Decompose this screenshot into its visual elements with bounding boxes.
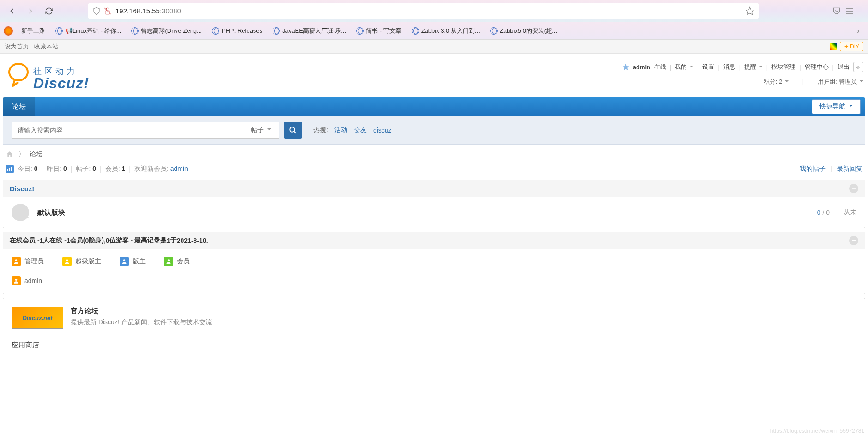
favorite-link[interactable]: 收藏本站	[34, 42, 58, 51]
globe-icon	[490, 27, 498, 35]
admin-badge-icon	[12, 257, 21, 266]
globe-icon	[131, 27, 139, 35]
bookmark-item[interactable]: Zabbix5.0的安装(超...	[486, 25, 561, 37]
user-menu: admin 在线| 我的 | 设置| 消息| 提醒 | 模块管理| 管理中心| …	[623, 62, 863, 72]
online-header: 在线会员 - 1 人在线 - 1 会员(0 隐身), 0 位游客 - 最高记录是…	[3, 232, 865, 249]
diy-button[interactable]: ✦ DIY	[840, 42, 863, 51]
hot-search-link[interactable]: 交友	[354, 126, 367, 134]
svg-point-16	[15, 279, 18, 281]
my-dropdown[interactable]: 我的	[675, 63, 693, 71]
logo[interactable]: 社区动力 Discuz!	[5, 62, 89, 92]
newest-member-link[interactable]: admin	[170, 165, 188, 172]
bookmark-item[interactable]: Zabbix 3.0 从入门到...	[408, 25, 484, 37]
bookmark-item[interactable]: 曾志高翔(DriverZeng...	[127, 25, 205, 37]
hot-search-link[interactable]: discuz	[373, 127, 392, 134]
bookmark-item[interactable]: JavaEE高薪大厂班-乐...	[269, 25, 350, 37]
globe-icon	[55, 27, 63, 35]
globe-icon	[273, 27, 280, 35]
user-info-row: 积分: 2 | 用户组: 管理员	[623, 78, 863, 86]
svg-point-15	[168, 259, 170, 261]
member-badge-icon	[164, 257, 173, 266]
collapse-icon[interactable]: −	[849, 184, 858, 193]
breadcrumb-separator: 〉	[18, 150, 25, 158]
globe-icon	[356, 27, 364, 35]
official-title[interactable]: 官方论坛	[71, 307, 212, 315]
hot-search-link[interactable]: 活动	[334, 126, 347, 134]
username-link[interactable]: admin	[633, 64, 650, 71]
search-type-dropdown[interactable]: 帖子	[243, 122, 279, 138]
official-section: Discuz.net 官方论坛 提供最新 Discuz! 产品新闻、软件下载与技…	[3, 298, 865, 358]
nav-tab-forum[interactable]: 论坛	[3, 97, 35, 116]
svg-line-8	[294, 131, 296, 133]
my-posts-link[interactable]: 我的帖子	[800, 165, 826, 173]
svg-point-13	[66, 259, 68, 261]
breadcrumb: 〉 论坛	[0, 145, 868, 162]
url-text: 192.168.15.55:30080	[115, 7, 745, 15]
modules-link[interactable]: 模块管理	[771, 63, 795, 71]
forward-button[interactable]	[23, 4, 38, 18]
svg-point-6	[9, 64, 28, 80]
reload-button[interactable]	[42, 4, 56, 18]
svg-point-7	[290, 127, 295, 132]
search-button[interactable]	[284, 122, 302, 139]
quick-nav-button[interactable]: 快捷导航	[812, 99, 861, 114]
back-button[interactable]	[5, 4, 19, 18]
forum-category: Discuz! − 默认版块 0 / 0 从未	[3, 180, 865, 228]
firefox-icon	[4, 26, 13, 36]
discuz-banner[interactable]: Discuz.net	[12, 307, 63, 329]
breadcrumb-forum[interactable]: 论坛	[30, 150, 42, 158]
star-icon[interactable]	[745, 6, 754, 16]
supermod-badge-icon	[62, 257, 72, 266]
site-header: 社区动力 Discuz! admin 在线| 我的 | 设置| 消息| 提醒 |…	[0, 54, 868, 97]
main-nav: 论坛 快捷导航	[3, 97, 865, 116]
home-icon[interactable]	[6, 151, 14, 158]
online-user-row: admin	[3, 273, 865, 294]
insecure-lock-icon	[103, 7, 112, 15]
logout-link[interactable]: 退出	[838, 63, 850, 71]
rss-icon[interactable]: ⎆	[853, 62, 863, 72]
app-store-link[interactable]: 应用商店	[3, 337, 865, 358]
fullscreen-icon[interactable]: ⛶	[819, 42, 827, 51]
online-user-link[interactable]: admin	[24, 277, 42, 285]
set-home-link[interactable]: 设为首页	[5, 42, 29, 51]
search-bar: 帖子 热搜: 活动 交友 discuz	[3, 116, 865, 145]
svg-rect-11	[11, 167, 12, 171]
svg-marker-2	[746, 7, 754, 14]
svg-point-14	[123, 259, 126, 261]
legend-row: 管理员 超级版主 版主 会员	[3, 249, 865, 273]
messages-link[interactable]: 消息	[723, 63, 735, 71]
reminders-dropdown[interactable]: 提醒	[744, 63, 763, 71]
admin-center-link[interactable]: 管理中心	[805, 63, 829, 71]
bookmark-item[interactable]: 📢Linux基础 - 给你...	[52, 25, 125, 37]
online-members-section: 在线会员 - 1 人在线 - 1 会员(0 隐身), 0 位游客 - 最高记录是…	[3, 232, 865, 294]
svg-rect-10	[9, 168, 10, 171]
globe-icon	[412, 27, 419, 35]
settings-link[interactable]: 设置	[702, 63, 714, 71]
svg-rect-9	[7, 169, 8, 171]
forum-row[interactable]: 默认版块 0 / 0 从未	[3, 197, 865, 228]
user-icon	[623, 64, 629, 70]
speech-bubble-icon	[12, 204, 29, 221]
category-header[interactable]: Discuz! −	[3, 180, 865, 197]
globe-icon	[212, 27, 219, 35]
theme-icon[interactable]	[830, 43, 837, 50]
browser-toolbar: 192.168.15.55:30080	[0, 0, 868, 22]
search-input[interactable]	[12, 122, 243, 138]
admin-badge-icon	[12, 276, 21, 285]
collapse-icon[interactable]: −	[849, 236, 858, 245]
site-topbar: 设为首页 收藏本站 ⛶ ✦ DIY	[0, 40, 868, 54]
logo-brand: Discuz!	[33, 75, 89, 92]
chart-icon[interactable]	[6, 165, 14, 173]
bookmark-item[interactable]: PHP: Releases	[208, 25, 266, 36]
address-bar[interactable]: 192.168.15.55:30080	[88, 3, 759, 19]
bookmark-item[interactable]: 简书 - 写文章	[352, 25, 405, 37]
latest-reply-link[interactable]: 最新回复	[837, 165, 862, 173]
last-post: 从未	[844, 208, 856, 217]
forum-name: 默认版块	[37, 208, 65, 217]
bookmarks-overflow-icon[interactable]: ›	[856, 25, 860, 36]
menu-icon[interactable]	[845, 6, 854, 16]
forum-stats-row: 今日: 0| 昨日: 0| 帖子: 0| 会员: 1| 欢迎新会员: admin…	[0, 162, 868, 176]
pocket-icon[interactable]	[832, 6, 841, 16]
official-desc: 提供最新 Discuz! 产品新闻、软件下载与技术交流	[71, 318, 212, 327]
bookmark-item[interactable]: 新手上路	[18, 25, 49, 37]
